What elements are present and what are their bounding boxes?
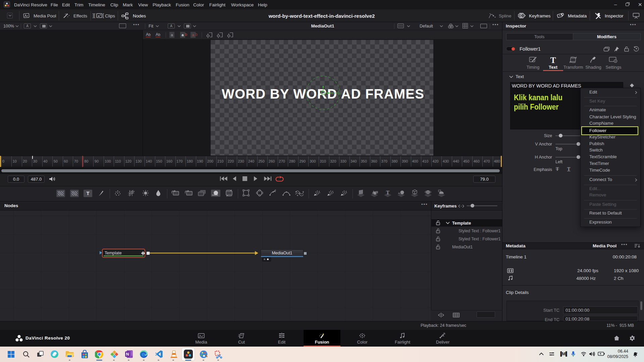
svg-text:z: z	[636, 352, 638, 354]
svg-text:N: N	[126, 352, 129, 357]
svg-text:T: T	[386, 190, 390, 195]
